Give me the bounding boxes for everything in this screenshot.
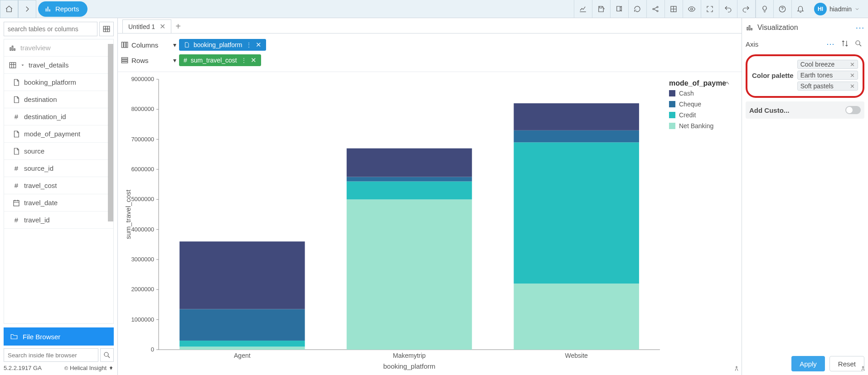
axis-search-button[interactable] [853, 39, 864, 49]
breadcrumb-reports[interactable]: Reports [38, 1, 87, 17]
tree-item-source-id[interactable]: # source_id [4, 160, 113, 177]
color-palette-section: Color palette Cool breeze✕Earth tones✕So… [746, 54, 864, 98]
reset-button[interactable]: Reset [829, 356, 864, 371]
bulb-icon [761, 5, 769, 13]
pill-settings-icon[interactable]: ⋮ [246, 41, 252, 48]
add-custom-label: Add Custo... [749, 106, 845, 114]
tree-item-label: destination [24, 96, 57, 103]
tool-tips[interactable] [755, 0, 773, 18]
pill-settings-icon[interactable]: ⋮ [241, 57, 247, 64]
tab-close-button[interactable]: ✕ [160, 22, 165, 31]
sidebar-search-input[interactable] [4, 22, 97, 36]
field-shelves: Columns ▾ booking_platform ⋮ ✕ Rows ▾ # [118, 34, 742, 72]
user-menu[interactable]: HI hiadmin [810, 3, 864, 15]
field-text-icon [12, 78, 20, 87]
visualization-more[interactable]: ⋯ [855, 22, 864, 33]
tab-untitled-1[interactable]: Untitled 1 ✕ [122, 19, 171, 33]
columns-dropdown[interactable]: ▾ [170, 41, 179, 48]
palette-chip[interactable]: Cool breeze✕ [797, 60, 858, 69]
svg-text:1000000: 1000000 [131, 316, 154, 323]
table-icon [9, 61, 17, 69]
pill-remove-button[interactable]: ✕ [256, 41, 262, 49]
hash-icon: # [12, 113, 20, 120]
redo-icon [742, 5, 750, 13]
tool-share[interactable] [646, 0, 664, 18]
column-pill-booking-platform[interactable]: booking_platform ⋮ ✕ [179, 39, 266, 51]
tool-redo[interactable] [737, 0, 755, 18]
refresh-icon [633, 5, 641, 13]
tree-item-label: source_id [24, 164, 53, 172]
palette-chip[interactable]: Earth tones✕ [797, 71, 858, 80]
svg-rect-58 [747, 27, 748, 30]
file-browser-button[interactable]: File Browser [4, 327, 114, 346]
file-browser-search-input[interactable] [4, 348, 98, 362]
svg-rect-11 [12, 46, 13, 50]
tree-item-travel-details[interactable]: travel_details [4, 57, 113, 74]
tree-item-source[interactable]: source [4, 143, 113, 160]
svg-rect-14 [14, 200, 19, 206]
svg-rect-19 [121, 58, 128, 59]
tab-add-button[interactable]: + [171, 19, 185, 33]
row-pill-sum-travel-cost[interactable]: # sum_travel_cost ⋮ ✕ [179, 54, 261, 66]
hash-icon: # [184, 57, 187, 64]
tree-item-travelview[interactable]: travelview [4, 39, 113, 57]
chip-remove[interactable]: ✕ [850, 83, 855, 90]
pill-remove-button[interactable]: ✕ [251, 56, 257, 64]
sidebar-table-toggle[interactable] [99, 22, 114, 36]
columns-label: Columns [131, 41, 158, 49]
bar-segment [347, 199, 472, 350]
tool-layout[interactable] [664, 0, 683, 18]
palette-chip[interactable]: Soft pastels✕ [797, 82, 858, 91]
tool-notifications[interactable] [791, 0, 810, 18]
breadcrumb-reports-label: Reports [55, 5, 79, 13]
file-browser-label: File Browser [23, 333, 60, 341]
main: travelview travel_details booking_platfo… [0, 18, 868, 375]
chip-remove[interactable]: ✕ [850, 61, 855, 68]
schema-tree[interactable]: travelview travel_details booking_platfo… [4, 39, 114, 324]
svg-rect-12 [14, 48, 15, 50]
svg-text:Net Banking: Net Banking [679, 122, 713, 130]
tool-export[interactable] [610, 0, 628, 18]
tool-chart-line[interactable] [574, 0, 592, 18]
svg-rect-10 [10, 48, 11, 50]
svg-text:3000000: 3000000 [131, 256, 154, 263]
chip-label: Cool breeze [800, 61, 835, 68]
axis-more[interactable]: ⋯ [826, 39, 837, 49]
breadcrumb-next-button[interactable] [18, 0, 36, 18]
chart-pin[interactable] [733, 365, 740, 373]
svg-rect-56 [669, 123, 675, 129]
visualization-label: Visualization [757, 24, 798, 32]
chip-remove[interactable]: ✕ [850, 72, 855, 79]
home-button[interactable] [0, 0, 18, 18]
bar-segment [347, 177, 472, 182]
tool-fullscreen[interactable] [701, 0, 719, 18]
tool-save[interactable] [592, 0, 610, 18]
svg-point-5 [657, 10, 658, 12]
svg-rect-20 [121, 60, 128, 61]
tool-help[interactable] [773, 0, 791, 18]
tree-item-destination-id[interactable]: # destination_id [4, 108, 113, 125]
field-text-icon [12, 147, 20, 155]
tree-item-destination[interactable]: destination [4, 91, 113, 108]
file-browser-search-button[interactable] [100, 348, 114, 362]
scrollbar-thumb[interactable] [108, 44, 113, 221]
tree-item-label: mode_of_payment [24, 130, 80, 138]
svg-rect-59 [749, 26, 750, 30]
tree-item-travel-id[interactable]: # travel_id [4, 212, 113, 229]
tree-item-travel-cost[interactable]: # travel_cost [4, 177, 113, 194]
chart-icon [746, 24, 754, 32]
tree-item-travel-date[interactable]: travel_date [4, 194, 113, 212]
apply-button[interactable]: Apply [791, 356, 825, 371]
panel-pin[interactable] [860, 365, 866, 373]
tree-item-booking-platform[interactable]: booking_platform [4, 74, 113, 91]
tree-item-mode-of-payment[interactable]: mode_of_payment [4, 125, 113, 143]
svg-rect-50 [669, 90, 675, 96]
bar-segment [514, 284, 639, 350]
axis-swap-button[interactable] [837, 39, 853, 49]
rows-dropdown[interactable]: ▾ [170, 57, 179, 64]
add-custom-toggle[interactable] [845, 106, 861, 114]
tool-undo[interactable] [719, 0, 737, 18]
tool-refresh[interactable] [628, 0, 646, 18]
swap-icon [841, 39, 849, 48]
tool-preview[interactable] [683, 0, 701, 18]
